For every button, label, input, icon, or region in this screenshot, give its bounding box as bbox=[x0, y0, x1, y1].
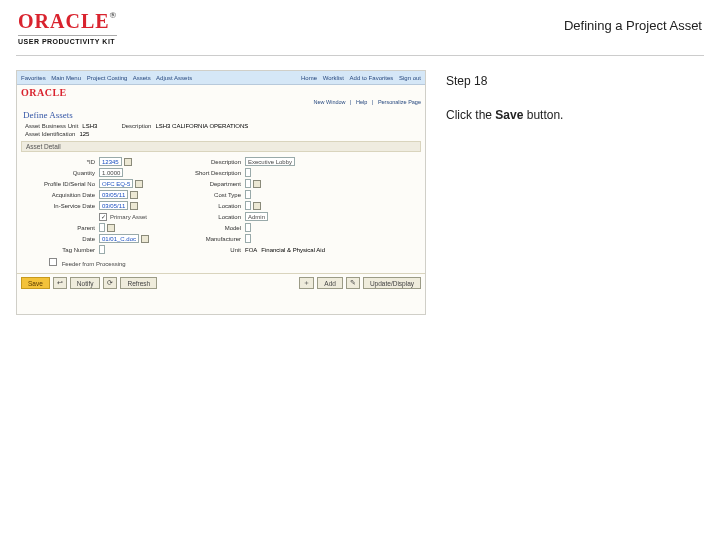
crumb-project-costing[interactable]: Project Costing bbox=[87, 75, 128, 81]
content-row: Favorites Main Menu Project Costing Asse… bbox=[0, 70, 720, 315]
link-add-favorites[interactable]: Add to Favorites bbox=[350, 75, 394, 81]
crumb-adjust-assets[interactable]: Adjust Assets bbox=[156, 75, 192, 81]
aid-label: Asset Identification bbox=[25, 131, 75, 137]
desc-label: Description bbox=[121, 123, 151, 129]
step-text-before: Click the bbox=[446, 108, 495, 122]
date-input[interactable]: 01/01_C.doc bbox=[99, 234, 139, 243]
tag-input[interactable] bbox=[99, 245, 105, 254]
section-asset-detail: Asset Detail bbox=[21, 141, 421, 152]
acq-input[interactable]: 03/05/11 bbox=[99, 190, 128, 199]
acq-label: Acquisition Date bbox=[23, 192, 95, 198]
bu-label: Asset Business Unit bbox=[25, 123, 78, 129]
bu-value: LSH3 bbox=[82, 123, 97, 129]
id-label: *ID bbox=[23, 159, 95, 165]
parent-label: Parent bbox=[23, 225, 95, 231]
cost-label: Cost Type bbox=[173, 192, 241, 198]
manu-label: Manufacturer bbox=[173, 236, 241, 242]
primary-asset-text: Primary Asset bbox=[110, 214, 147, 220]
quantity-input[interactable]: 1.0000 bbox=[99, 168, 123, 177]
prof-label: Profile ID/Serial No bbox=[23, 181, 95, 187]
lookup-icon[interactable] bbox=[107, 224, 115, 232]
link-new-window[interactable]: New Window bbox=[313, 99, 345, 105]
link-sign-out[interactable]: Sign out bbox=[399, 75, 421, 81]
dept-label: Department bbox=[173, 181, 241, 187]
cost-input[interactable] bbox=[245, 190, 251, 199]
link-personalize[interactable]: Personalize Page bbox=[378, 99, 421, 105]
quantity-label: Quantity bbox=[23, 170, 95, 176]
page-title: Define Assets bbox=[17, 107, 425, 123]
prof-input[interactable]: OFC EQ-5 bbox=[99, 179, 133, 188]
sdesc-label: Short Description bbox=[173, 170, 241, 176]
primary-asset-checkbox[interactable]: ✓ bbox=[99, 213, 107, 221]
unit-desc: Financial & Physical Aid bbox=[261, 247, 325, 253]
date-label: Date bbox=[23, 236, 95, 242]
update-icon[interactable]: ✎ bbox=[346, 277, 360, 289]
crumb-main-menu[interactable]: Main Menu bbox=[51, 75, 81, 81]
app-screenshot: Favorites Main Menu Project Costing Asse… bbox=[16, 70, 426, 315]
return-icon[interactable]: ↩ bbox=[53, 277, 67, 289]
feeder-checkbox[interactable] bbox=[49, 258, 57, 266]
header-divider bbox=[16, 55, 704, 56]
app-subnav: New Window | Help | Personalize Page bbox=[17, 98, 425, 107]
breadcrumb: Favorites Main Menu Project Costing Asse… bbox=[21, 75, 196, 81]
add-icon[interactable]: ＋ bbox=[299, 277, 314, 289]
save-button[interactable]: Save bbox=[21, 277, 50, 289]
link-worklist[interactable]: Worklist bbox=[323, 75, 344, 81]
update-display-button[interactable]: Update/Display bbox=[363, 277, 421, 289]
doc-title: Defining a Project Asset bbox=[564, 10, 702, 33]
loc-input[interactable] bbox=[245, 201, 251, 210]
model-input[interactable] bbox=[245, 223, 251, 232]
link-help[interactable]: Help bbox=[356, 99, 367, 105]
lookup-icon[interactable] bbox=[253, 180, 261, 188]
unit-value: FOA bbox=[245, 247, 257, 253]
doc-header: ORACLE® USER PRODUCTIVITY KIT Defining a… bbox=[0, 0, 720, 49]
form-grid: *ID 12345 Description Executive Lobby Qu… bbox=[17, 154, 425, 258]
step-label: Step 18 bbox=[446, 74, 696, 88]
loc2-input[interactable]: Admin bbox=[245, 212, 268, 221]
topbar-right: Home Worklist Add to Favorites Sign out bbox=[297, 75, 421, 81]
dept-input[interactable] bbox=[245, 179, 251, 188]
crumb-assets[interactable]: Assets bbox=[133, 75, 151, 81]
lookup-icon[interactable] bbox=[135, 180, 143, 188]
oracle-logo: ORACLE® bbox=[18, 10, 117, 33]
crumb-favorites[interactable]: Favorites bbox=[21, 75, 46, 81]
app-brand-row: ORACLE bbox=[17, 85, 425, 98]
sdesc-input[interactable] bbox=[245, 168, 251, 177]
parent-input[interactable] bbox=[99, 223, 105, 232]
svc-label: In-Service Date bbox=[23, 203, 95, 209]
step-text: Click the Save button. bbox=[446, 108, 696, 122]
model-label: Model bbox=[173, 225, 241, 231]
calendar-icon[interactable] bbox=[130, 191, 138, 199]
calendar-icon[interactable] bbox=[130, 202, 138, 210]
id-input[interactable]: 12345 bbox=[99, 157, 122, 166]
desc-value: LSH3 CALIFORNIA OPERATIONS bbox=[155, 123, 248, 129]
extra-check-row: Feeder from Processing bbox=[17, 258, 425, 267]
instructions-panel: Step 18 Click the Save button. bbox=[438, 70, 704, 315]
step-text-bold: Save bbox=[495, 108, 523, 122]
lookup-icon[interactable] bbox=[253, 202, 261, 210]
brand-block: ORACLE® USER PRODUCTIVITY KIT bbox=[18, 10, 117, 45]
step-text-after: button. bbox=[523, 108, 563, 122]
bottom-bar: Save ↩ Notify ⟳ Refresh ＋ Add ✎ Update/D… bbox=[17, 273, 425, 292]
app-topbar: Favorites Main Menu Project Costing Asse… bbox=[17, 71, 425, 85]
desc2-label: Description bbox=[173, 159, 241, 165]
lookup-icon[interactable] bbox=[124, 158, 132, 166]
notify-button[interactable]: Notify bbox=[70, 277, 101, 289]
link-home[interactable]: Home bbox=[301, 75, 317, 81]
add-button[interactable]: Add bbox=[317, 277, 343, 289]
loc2-label: Location bbox=[173, 214, 241, 220]
aid-value: 125 bbox=[79, 131, 89, 137]
desc2-input[interactable]: Executive Lobby bbox=[245, 157, 295, 166]
loc-label: Location bbox=[173, 203, 241, 209]
svc-input[interactable]: 03/05/11 bbox=[99, 201, 128, 210]
refresh-button[interactable]: Refresh bbox=[120, 277, 157, 289]
brand-subtitle: USER PRODUCTIVITY KIT bbox=[18, 35, 117, 45]
mini-oracle-logo: ORACLE bbox=[21, 87, 67, 98]
tag-label: Tag Number bbox=[23, 247, 95, 253]
refresh-icon[interactable]: ⟳ bbox=[103, 277, 117, 289]
info-line-2: Asset Identification 125 bbox=[17, 131, 425, 139]
feeder-label: Feeder from Processing bbox=[62, 261, 126, 267]
manu-input[interactable] bbox=[245, 234, 251, 243]
info-line-1: Asset Business Unit LSH3 Description LSH… bbox=[17, 123, 425, 131]
calendar-icon[interactable] bbox=[141, 235, 149, 243]
